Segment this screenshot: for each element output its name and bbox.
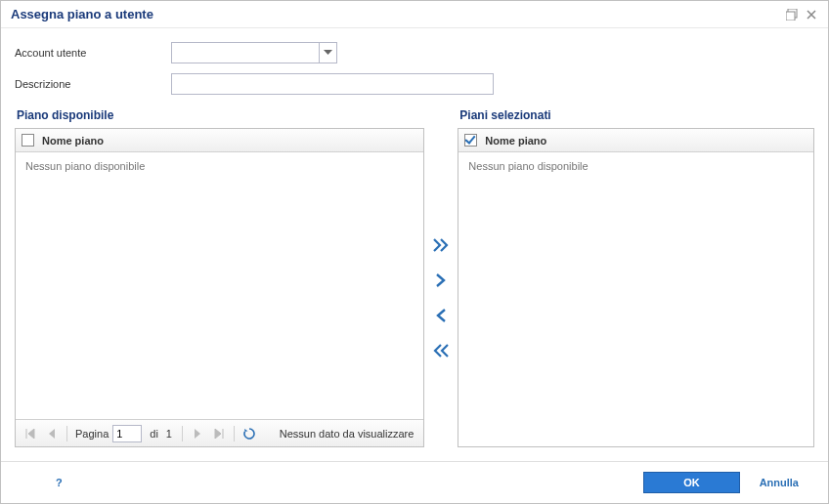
account-input[interactable] bbox=[172, 43, 319, 63]
pager-prev-icon[interactable] bbox=[43, 425, 61, 442]
cancel-button[interactable]: Annulla bbox=[760, 477, 799, 488]
selected-grid-body: Nessun piano disponibile bbox=[458, 152, 813, 446]
titlebar-controls bbox=[785, 8, 818, 21]
selected-grid-header: Nome piano bbox=[458, 129, 813, 152]
footer-actions: OK Annulla bbox=[643, 472, 799, 493]
form-row-descrizione: Descrizione bbox=[15, 73, 814, 95]
available-empty-text: Nessun piano disponibile bbox=[25, 160, 145, 172]
transfer-buttons bbox=[424, 108, 458, 447]
restore-icon[interactable] bbox=[785, 8, 799, 21]
available-grid-header: Nome piano bbox=[16, 129, 423, 152]
pager-last-icon[interactable] bbox=[210, 425, 228, 442]
chevron-down-icon[interactable] bbox=[319, 43, 336, 63]
available-title: Piano disponibile bbox=[15, 108, 424, 128]
available-select-all-checkbox[interactable] bbox=[22, 134, 34, 147]
refresh-icon[interactable] bbox=[240, 425, 258, 442]
available-panel: Piano disponibile Nome piano Nessun pian… bbox=[15, 108, 424, 447]
dialog-footer: ? OK Annulla bbox=[1, 461, 828, 503]
pager-page-input[interactable] bbox=[112, 425, 142, 442]
selected-column-name: Nome piano bbox=[485, 135, 546, 147]
pager-separator bbox=[66, 426, 67, 441]
selected-grid: Nome piano Nessun piano disponibile bbox=[458, 128, 814, 447]
move-right-button[interactable] bbox=[430, 270, 452, 291]
titlebar: Assegna piano a utente bbox=[1, 1, 828, 28]
svg-rect-1 bbox=[786, 12, 795, 21]
dialog-body: Account utente Descrizione Piano disponi… bbox=[1, 28, 828, 461]
move-all-right-button[interactable] bbox=[430, 234, 452, 256]
ok-button[interactable]: OK bbox=[643, 472, 740, 493]
pager-first-icon[interactable] bbox=[22, 425, 39, 442]
pager-separator-2 bbox=[182, 426, 183, 441]
account-label: Account utente bbox=[15, 47, 171, 59]
available-grid-body: Nessun piano disponibile bbox=[16, 152, 423, 419]
pager-of-label: di bbox=[150, 428, 158, 440]
selected-select-all-checkbox[interactable] bbox=[464, 134, 477, 147]
move-left-button[interactable] bbox=[430, 305, 452, 326]
selected-empty-text: Nessun piano disponibile bbox=[468, 160, 588, 172]
available-pager: Pagina di 1 bbox=[16, 419, 423, 446]
transfer-panels: Piano disponibile Nome piano Nessun pian… bbox=[15, 108, 814, 447]
pager-page-label: Pagina bbox=[75, 428, 109, 440]
pager-separator-3 bbox=[234, 426, 235, 441]
descrizione-label: Descrizione bbox=[15, 78, 171, 90]
close-icon[interactable] bbox=[805, 8, 818, 21]
pager-next-icon[interactable] bbox=[189, 425, 206, 442]
available-grid: Nome piano Nessun piano disponibile P bbox=[15, 128, 424, 447]
selected-panel: Piani selezionati Nome piano Nessun pian… bbox=[458, 108, 814, 447]
move-all-left-button[interactable] bbox=[430, 340, 452, 361]
pager-total-pages: 1 bbox=[166, 428, 172, 440]
available-column-name: Nome piano bbox=[42, 135, 104, 147]
pager-status-text: Nessun dato da visualizzare bbox=[280, 428, 418, 440]
descrizione-input[interactable] bbox=[171, 73, 494, 95]
dialog-window: Assegna piano a utente Account utente De… bbox=[0, 0, 829, 504]
window-title: Assegna piano a utente bbox=[11, 7, 153, 21]
help-button[interactable]: ? bbox=[50, 477, 68, 488]
account-combo[interactable] bbox=[171, 42, 337, 63]
selected-title: Piani selezionati bbox=[458, 108, 814, 128]
form-row-account: Account utente bbox=[15, 42, 814, 63]
